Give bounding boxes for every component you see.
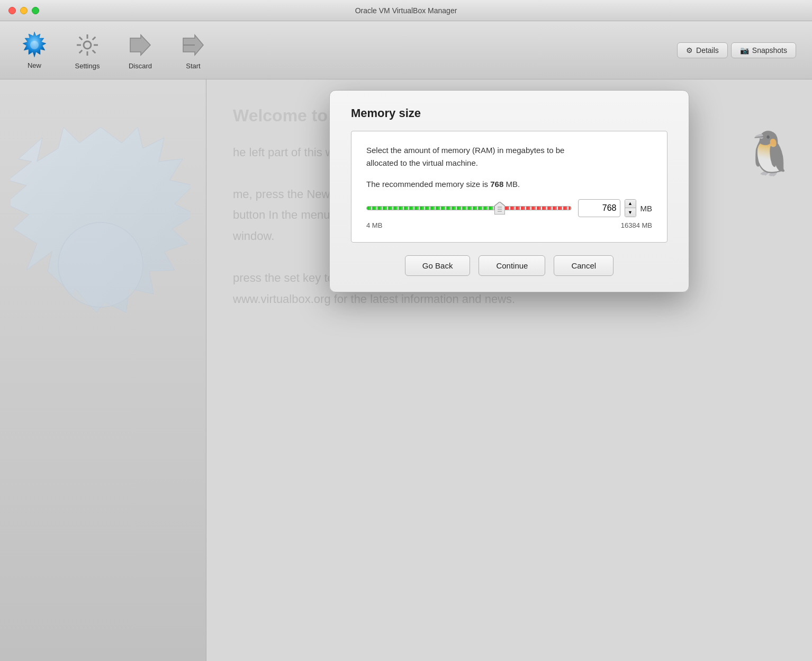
start-button[interactable]: Start: [169, 26, 217, 74]
recommended-value: 768: [490, 180, 503, 189]
memory-unit: MB: [640, 204, 653, 213]
recommended-prefix: The recommended memory size is: [366, 180, 490, 189]
discard-button[interactable]: Discard: [116, 26, 164, 74]
memory-color-bar: [366, 206, 572, 210]
window-title: Oracle VM VirtualBox Manager: [355, 6, 457, 15]
snapshots-button[interactable]: 📷 Snapshots: [731, 42, 796, 58]
toolbar-right-group: ⚙ Details 📷 Snapshots: [677, 42, 796, 58]
slider-container: ▲ ▼ MB 4 MB 16384 MB: [366, 199, 652, 229]
window-controls[interactable]: [8, 7, 39, 14]
memory-size-dialog: Memory size Select the amount of memory …: [329, 90, 689, 292]
details-label: Details: [696, 46, 719, 55]
sidebar: [0, 79, 206, 661]
modal-overlay: Memory size Select the amount of memory …: [206, 79, 812, 661]
snapshots-label: Snapshots: [752, 46, 787, 55]
desc-line1: Select the amount of memory (RAM) in meg…: [366, 146, 564, 155]
svg-line-7: [79, 37, 83, 40]
main-area: Welcome to VirtualBox! he left part of t…: [0, 79, 812, 661]
toolbar: New Setti: [0, 21, 812, 79]
svg-line-8: [93, 50, 96, 53]
memory-spinner: ▲ ▼ MB: [578, 199, 653, 217]
recommended-suffix: MB.: [503, 180, 520, 189]
new-icon: [20, 31, 49, 59]
maximize-button[interactable]: [32, 7, 39, 14]
svg-point-1: [30, 41, 39, 49]
new-button[interactable]: New: [11, 26, 58, 74]
gear-small-icon: ⚙: [686, 46, 693, 55]
settings-label: Settings: [75, 62, 100, 70]
desc-line2: allocated to the virtual machine.: [366, 158, 478, 167]
svg-point-15: [58, 222, 143, 307]
svg-marker-11: [130, 35, 150, 55]
svg-marker-16: [494, 202, 505, 215]
gear-background-art: [11, 111, 191, 418]
spinner-up-arrow[interactable]: ▲: [625, 200, 636, 208]
slider-max-label: 16384 MB: [621, 221, 652, 229]
slider-min-label: 4 MB: [366, 221, 382, 229]
settings-button[interactable]: Settings: [64, 26, 111, 74]
titlebar: Oracle VM VirtualBox Manager: [0, 0, 812, 21]
svg-line-10: [79, 50, 83, 53]
new-label: New: [28, 61, 41, 69]
close-button[interactable]: [8, 7, 16, 14]
content-area: Welcome to VirtualBox! he left part of t…: [206, 79, 812, 661]
settings-icon: [73, 30, 102, 60]
modal-title: Memory size: [351, 106, 667, 120]
minimize-button[interactable]: [20, 7, 28, 14]
discard-icon: [125, 30, 155, 60]
discard-label: Discard: [129, 62, 152, 70]
cancel-button[interactable]: Cancel: [554, 255, 613, 276]
modal-inner-panel: Select the amount of memory (RAM) in meg…: [351, 131, 667, 243]
slider-row: ▲ ▼ MB: [366, 199, 652, 217]
details-button[interactable]: ⚙ Details: [677, 42, 728, 58]
continue-button[interactable]: Continue: [479, 255, 545, 276]
slider-thumb[interactable]: [494, 202, 505, 215]
modal-recommendation: The recommended memory size is 768 MB.: [366, 178, 652, 191]
slider-track[interactable]: [366, 203, 572, 213]
slider-labels: 4 MB 16384 MB: [366, 221, 652, 229]
svg-line-9: [93, 37, 96, 40]
camera-icon: 📷: [740, 46, 749, 55]
modal-buttons: Go Back Continue Cancel: [351, 255, 667, 276]
red-zone: [500, 207, 571, 210]
modal-description: Select the amount of memory (RAM) in meg…: [366, 144, 652, 169]
go-back-button[interactable]: Go Back: [405, 255, 471, 276]
start-label: Start: [186, 62, 200, 70]
start-icon: [178, 30, 208, 60]
green-zone: [367, 207, 500, 210]
spinner-down-arrow[interactable]: ▼: [625, 208, 636, 217]
spinner-arrows[interactable]: ▲ ▼: [625, 199, 636, 217]
svg-point-2: [84, 41, 91, 49]
toolbar-left-group: New Setti: [11, 26, 217, 74]
memory-value-input[interactable]: [578, 199, 620, 217]
